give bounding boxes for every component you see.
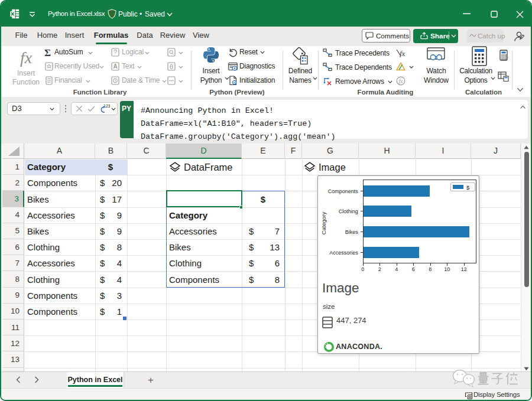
svg-text:fx: fx [399, 79, 404, 84]
svg-text:fx: fx [400, 49, 406, 57]
svg-text:Σ: Σ [44, 48, 51, 57]
svg-text:?: ? [113, 49, 117, 56]
svg-text:A: A [113, 63, 117, 70]
svg-text:θ: θ [170, 63, 173, 70]
svg-text:Category: Category [320, 211, 327, 234]
svg-text:fx: fx [20, 49, 33, 67]
